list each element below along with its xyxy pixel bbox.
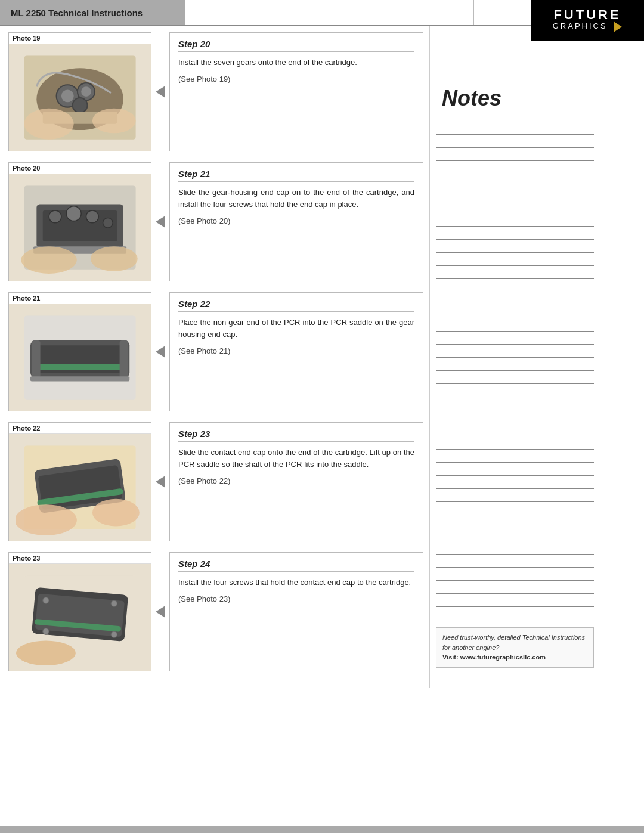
step-text-2: Slide the gear-housing end cap on to the… xyxy=(178,187,414,210)
notes-line xyxy=(436,200,594,213)
step-text-4: Slide the contact end cap onto the end o… xyxy=(178,447,414,470)
notes-title: Notes xyxy=(436,86,594,111)
notes-line xyxy=(436,148,594,161)
photo-box-20: Photo 20 xyxy=(8,162,151,281)
step-see-5: (See Photo 23) xyxy=(178,594,414,603)
svg-point-16 xyxy=(103,218,113,228)
notes-line xyxy=(436,332,594,345)
photo-label-23: Photo 23 xyxy=(9,553,151,564)
arrow-icon-3 xyxy=(156,346,165,358)
photo-svg-19 xyxy=(16,49,144,145)
svg-point-19 xyxy=(91,246,138,271)
svg-point-40 xyxy=(111,631,117,637)
divider-cell-2 xyxy=(329,0,473,25)
svg-point-32 xyxy=(92,499,140,527)
svg-point-41 xyxy=(16,640,76,665)
notes-line xyxy=(436,450,594,463)
step-text-1: Install the seven gears onto the end of … xyxy=(178,57,414,69)
arrow-connector-3 xyxy=(151,292,169,411)
photo-svg-21 xyxy=(16,309,144,405)
arrow-connector-2 xyxy=(151,162,169,281)
step-heading-1: Step 20 xyxy=(178,39,414,52)
step-block-4: Photo 22 xyxy=(8,422,423,541)
notes-line xyxy=(436,318,594,332)
notes-line xyxy=(436,240,594,253)
svg-point-13 xyxy=(49,210,61,223)
svg-rect-25 xyxy=(120,340,129,377)
svg-point-38 xyxy=(111,600,117,606)
notes-line xyxy=(436,174,594,187)
photo-svg-22 xyxy=(16,439,144,535)
notes-line xyxy=(436,253,594,266)
content-area: Photo 19 xyxy=(0,26,644,688)
page-footer xyxy=(0,826,644,833)
photo-label-22: Photo 22 xyxy=(9,423,151,434)
divider-cell-1 xyxy=(185,0,329,25)
photo-image-21 xyxy=(9,304,151,411)
instruction-box-4: Step 23 Slide the contact end cap onto t… xyxy=(169,422,423,541)
step-heading-3: Step 22 xyxy=(178,299,414,312)
svg-point-9 xyxy=(92,109,136,134)
svg-point-8 xyxy=(24,109,73,140)
notes-line xyxy=(436,135,594,148)
svg-point-14 xyxy=(66,206,81,221)
notes-line xyxy=(436,423,594,436)
step-block-3: Photo 21 xyxy=(8,292,423,411)
notes-line xyxy=(436,397,594,410)
notes-column: Notes Need trust-worthy, detailed Techni… xyxy=(429,26,602,688)
notes-line xyxy=(436,476,594,489)
svg-point-3 xyxy=(61,90,74,103)
instruction-box-2: Step 21 Slide the gear-housing end cap o… xyxy=(169,162,423,281)
instruction-box-3: Step 22 Place the non gear end of the PC… xyxy=(169,292,423,411)
svg-point-5 xyxy=(81,86,91,97)
notes-line xyxy=(436,213,594,227)
notes-line xyxy=(436,489,594,502)
step-text-3: Place the non gear end of the PCR into t… xyxy=(178,317,414,340)
step-block-2: Photo 20 xyxy=(8,162,423,281)
arrow-connector-1 xyxy=(151,32,169,151)
arrow-icon-1 xyxy=(156,86,165,98)
notes-line xyxy=(436,541,594,555)
notes-line xyxy=(436,358,594,371)
notes-line xyxy=(436,161,594,174)
arrow-connector-5 xyxy=(151,552,169,671)
photo-box-23: Photo 23 xyxy=(8,552,151,671)
photo-box-21: Photo 21 xyxy=(8,292,151,411)
step-see-4: (See Photo 22) xyxy=(178,476,414,485)
notes-line xyxy=(436,515,594,528)
notes-line xyxy=(436,528,594,541)
notes-line xyxy=(436,187,594,200)
notes-line xyxy=(436,410,594,423)
svg-rect-26 xyxy=(30,376,129,381)
page-wrapper: ML 2250 Technical Instructions 5 FUTURE … xyxy=(0,0,644,833)
notes-line xyxy=(436,345,594,358)
logo-future: FUTURE xyxy=(553,8,623,21)
notes-line xyxy=(436,436,594,450)
arrow-icon-2 xyxy=(156,216,165,228)
step-heading-2: Step 21 xyxy=(178,169,414,182)
header-title-box: ML 2250 Technical Instructions xyxy=(0,0,185,25)
notes-line xyxy=(436,502,594,515)
arrow-icon-5 xyxy=(156,606,165,618)
footer-ad: Need trust-worthy, detailed Technical In… xyxy=(436,627,594,668)
notes-line xyxy=(436,279,594,292)
footer-ad-visit: Visit: www.futuregraphicsllc.com xyxy=(442,654,546,661)
notes-lines xyxy=(436,122,594,620)
step-block-5: Photo 23 xyxy=(8,552,423,671)
notes-line xyxy=(436,122,594,135)
arrow-icon-4 xyxy=(156,476,165,488)
notes-line xyxy=(436,568,594,581)
step-see-2: (See Photo 20) xyxy=(178,216,414,225)
photo-box-22: Photo 22 xyxy=(8,422,151,541)
step-text-5: Install the four screws that hold the co… xyxy=(178,577,414,589)
photo-image-22 xyxy=(9,434,151,541)
notes-line xyxy=(436,607,594,620)
photo-label-21: Photo 21 xyxy=(9,293,151,304)
svg-point-18 xyxy=(21,246,77,274)
photo-svg-20 xyxy=(16,179,144,275)
step-heading-4: Step 23 xyxy=(178,429,414,442)
photo-image-19 xyxy=(9,44,151,151)
step-heading-5: Step 24 xyxy=(178,559,414,572)
svg-rect-24 xyxy=(32,340,41,377)
logo-triangle-icon xyxy=(614,21,622,32)
